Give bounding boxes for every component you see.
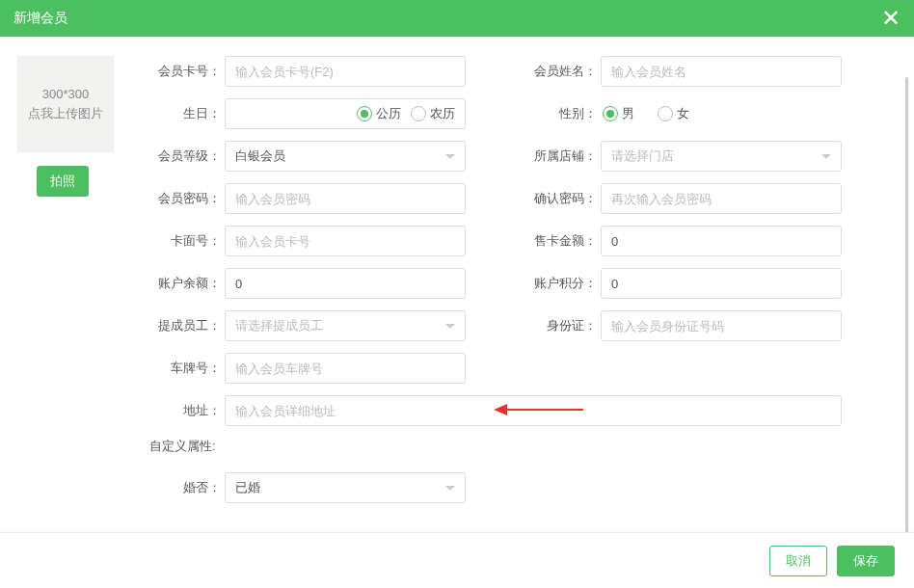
radio-dot-icon xyxy=(603,106,618,121)
marriage-label: 婚否： xyxy=(138,479,225,496)
calendar-solar-radio[interactable]: 公历 xyxy=(357,105,401,122)
radio-circle-icon xyxy=(411,106,426,121)
confirm-password-label: 确认密码： xyxy=(514,190,601,207)
id-card-label: 身份证： xyxy=(514,317,601,334)
points-input[interactable] xyxy=(601,268,842,299)
face-no-label: 卡面号： xyxy=(138,232,225,250)
face-no-input[interactable] xyxy=(225,226,466,256)
birthday-label: 生日： xyxy=(138,105,225,122)
plate-input[interactable] xyxy=(225,353,466,384)
gender-label: 性别： xyxy=(514,105,601,122)
modal-body: 300*300 点我上传图片 拍照 会员卡号： 会员姓名： 生日： 公历 xyxy=(0,37,914,528)
chevron-down-icon xyxy=(821,154,831,159)
card-no-input[interactable] xyxy=(225,56,466,87)
level-label: 会员等级： xyxy=(138,147,225,165)
balance-input[interactable] xyxy=(225,268,466,299)
scrollbar[interactable] xyxy=(905,77,908,559)
gender-female-radio[interactable]: 女 xyxy=(658,105,689,122)
marriage-value: 已婚 xyxy=(235,479,260,496)
sale-amount-label: 售卡金额： xyxy=(514,232,601,250)
shop-label: 所属店铺： xyxy=(514,147,601,165)
member-name-input[interactable] xyxy=(601,56,842,87)
calendar-lunar-radio[interactable]: 农历 xyxy=(411,105,455,122)
address-input[interactable] xyxy=(225,395,842,426)
custom-attrs-heading: 自定义属性: xyxy=(138,438,897,455)
chevron-down-icon xyxy=(445,324,455,329)
password-input[interactable] xyxy=(225,183,466,214)
birthday-input-wrap[interactable]: 公历 农历 xyxy=(225,98,466,129)
chevron-down-icon xyxy=(445,154,455,159)
marriage-select[interactable]: 已婚 xyxy=(225,472,466,503)
balance-label: 账户余额： xyxy=(138,275,225,292)
save-button[interactable]: 保存 xyxy=(837,546,895,576)
shop-placeholder: 请选择门店 xyxy=(611,147,674,165)
radio-circle-icon xyxy=(658,106,673,121)
staff-placeholder: 请选择提成员工 xyxy=(235,317,323,334)
id-card-input[interactable] xyxy=(601,310,842,341)
confirm-password-input[interactable] xyxy=(601,183,842,214)
address-label: 地址： xyxy=(138,402,225,419)
gender-male-label: 男 xyxy=(622,105,634,122)
calendar-solar-label: 公历 xyxy=(376,105,401,122)
level-select[interactable]: 白银会员 xyxy=(225,141,466,172)
form-area: 会员卡号： 会员姓名： 生日： 公历 农历 xyxy=(138,56,897,528)
upload-image-box[interactable]: 300*300 点我上传图片 xyxy=(17,56,114,152)
points-label: 账户积分： xyxy=(514,275,601,292)
upload-column: 300*300 点我上传图片 拍照 xyxy=(17,56,138,528)
sale-amount-input[interactable] xyxy=(601,226,842,256)
card-no-label: 会员卡号： xyxy=(138,63,225,80)
level-value: 白银会员 xyxy=(235,147,285,165)
calendar-lunar-label: 农历 xyxy=(430,105,455,122)
plate-label: 车牌号： xyxy=(138,360,225,377)
shop-select[interactable]: 请选择门店 xyxy=(601,141,842,172)
gender-male-radio[interactable]: 男 xyxy=(603,105,634,122)
close-icon[interactable]: ✕ xyxy=(881,7,901,30)
radio-dot-icon xyxy=(357,106,372,121)
modal-header: 新增会员 ✕ xyxy=(0,0,914,37)
gender-radio-group: 男 女 xyxy=(601,105,689,122)
member-name-label: 会员姓名： xyxy=(514,63,601,80)
upload-size-text: 300*300 xyxy=(42,85,89,104)
staff-label: 提成员工： xyxy=(138,317,225,334)
cancel-button[interactable]: 取消 xyxy=(769,546,827,576)
upload-hint-text: 点我上传图片 xyxy=(28,104,103,123)
modal-title: 新增会员 xyxy=(13,10,67,27)
gender-female-label: 女 xyxy=(677,105,689,122)
chevron-down-icon xyxy=(445,486,455,491)
password-label: 会员密码： xyxy=(138,190,225,207)
staff-select[interactable]: 请选择提成员工 xyxy=(225,310,466,341)
take-photo-button[interactable]: 拍照 xyxy=(37,166,89,197)
modal-footer: 取消 保存 xyxy=(0,532,914,588)
